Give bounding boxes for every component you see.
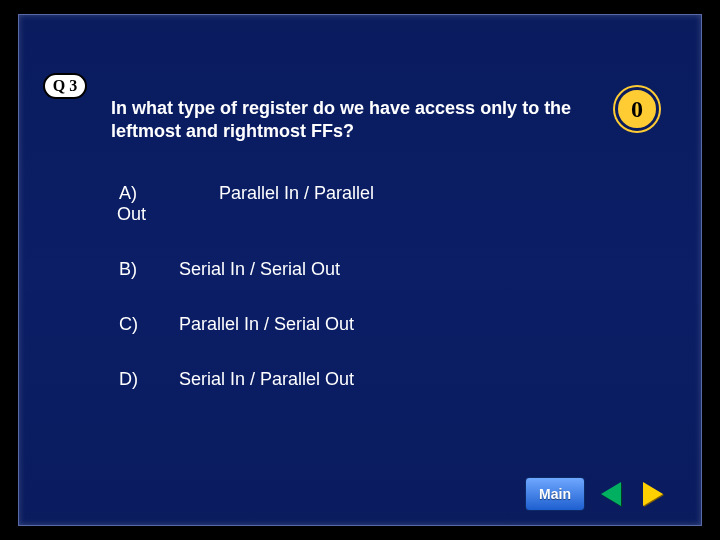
option-d[interactable]: D) Serial In / Parallel Out — [119, 369, 619, 390]
arrow-right-icon — [643, 482, 663, 506]
option-a-text-wrap: Out — [117, 204, 146, 225]
option-d-text: Serial In / Parallel Out — [179, 369, 354, 390]
nav-bar: Main — [525, 477, 669, 511]
options-list: A) Parallel In / Parallel Out B) Serial … — [119, 183, 619, 424]
question-number-badge: Q 3 — [43, 73, 87, 99]
option-b-label: B) — [119, 259, 179, 280]
option-a-wrap: Out — [119, 204, 619, 225]
option-b[interactable]: B) Serial In / Serial Out — [119, 259, 619, 280]
question-text: In what type of register do we have acce… — [111, 97, 581, 144]
prev-button[interactable] — [595, 478, 627, 510]
option-a-label: A) — [119, 183, 139, 204]
option-c-label: C) — [119, 314, 179, 335]
option-c-text: Parallel In / Serial Out — [179, 314, 354, 335]
next-button[interactable] — [637, 478, 669, 510]
main-button[interactable]: Main — [525, 477, 585, 511]
timer-badge: 0 — [615, 87, 659, 131]
slide-frame: Q 3 In what type of register do we have … — [18, 14, 702, 526]
option-a[interactable]: A) Parallel In / Parallel — [119, 183, 619, 204]
option-b-text: Serial In / Serial Out — [179, 259, 340, 280]
option-d-label: D) — [119, 369, 179, 390]
option-c[interactable]: C) Parallel In / Serial Out — [119, 314, 619, 335]
option-a-text: Parallel In / Parallel — [219, 183, 374, 204]
arrow-left-icon — [601, 482, 621, 506]
